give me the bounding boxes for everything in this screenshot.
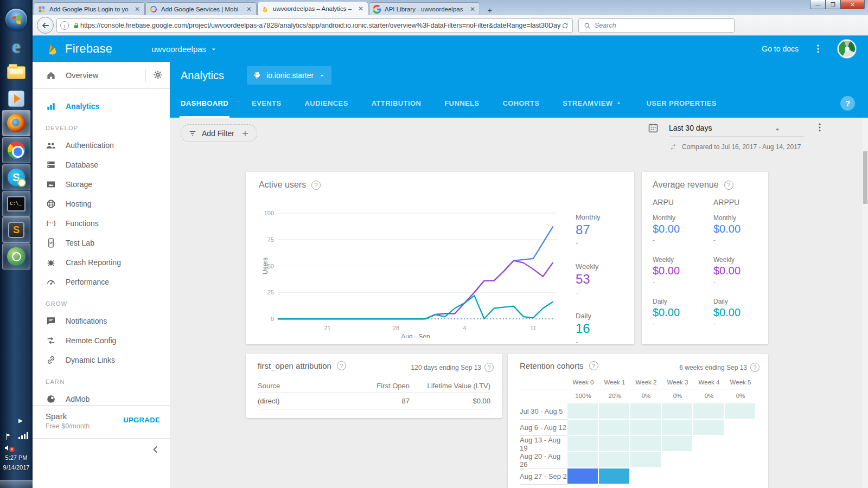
add-filter-button[interactable]: Add Filter <box>181 124 257 142</box>
date-menu-icon[interactable] <box>814 122 825 133</box>
card-period: 6 weeks ending Sep 13 <box>679 364 747 371</box>
sidebar-item-test-lab[interactable]: Test Lab <box>33 233 170 253</box>
table-row: (direct)87$0.00 <box>258 393 490 409</box>
search-bar[interactable]: Search <box>578 18 735 33</box>
plus-icon <box>240 129 250 138</box>
date-range-value[interactable]: Last 30 days <box>669 124 712 132</box>
sidebar-item-remote-config[interactable]: Remote Config <box>33 331 170 350</box>
tray-clock-time[interactable]: 5:27 PM <box>0 454 33 461</box>
chevron-down-icon <box>615 99 623 107</box>
new-tab-button[interactable]: + <box>483 4 497 15</box>
sidebar-item-functions[interactable]: (···)Functions <box>33 214 170 233</box>
svg-text:25: 25 <box>267 289 274 296</box>
attribution-card: first_open attribution ? 120 days ending… <box>246 354 502 418</box>
help-icon[interactable]: ? <box>484 363 494 372</box>
tab-cohorts[interactable]: COHORTS <box>502 89 539 118</box>
svg-text:0: 0 <box>271 316 274 322</box>
taskbar-wmp-icon[interactable] <box>2 86 30 112</box>
card-title: Retention cohorts <box>520 361 584 370</box>
tab-user-properties[interactable]: USER PROPERTIES <box>646 89 717 118</box>
tab-close-icon[interactable]: ✕ <box>133 5 141 13</box>
cohort-cell <box>693 403 724 419</box>
taskbar-skype-icon[interactable]: S <box>2 164 30 190</box>
tray-clock-date[interactable]: 9/14/2017 <box>0 464 33 471</box>
sidebar-item-authentication[interactable]: Authentication <box>33 136 170 155</box>
cohort-cell <box>630 403 661 419</box>
taskbar-start-icon[interactable] <box>2 7 30 33</box>
scrollbar-thumb[interactable] <box>863 151 867 204</box>
active-users-chart: 02550751002128411Aug - SepUsers <box>260 202 567 338</box>
taskbar-ie-icon[interactable]: e <box>2 34 30 60</box>
overflow-menu-icon[interactable] <box>813 43 824 54</box>
sidebar-item-performance[interactable]: Performance <box>33 272 170 292</box>
tab-close-icon[interactable]: ✕ <box>469 5 476 13</box>
sidebar-item-overview[interactable]: Overview <box>33 62 170 89</box>
tab-audiences[interactable]: AUDIENCES <box>305 89 348 118</box>
help-icon[interactable]: ? <box>724 181 733 190</box>
help-icon[interactable]: ? <box>311 181 321 190</box>
tab-attribution[interactable]: ATTRIBUTION <box>372 89 422 118</box>
tab-title: API Library - uwvoordeelpas <box>385 6 469 12</box>
chat-icon <box>46 316 56 326</box>
app-selector[interactable]: io.ionic.starter <box>247 66 331 85</box>
sidebar-item-crash-reporting[interactable]: Crash Reporting <box>33 253 170 272</box>
sidebar-item-storage[interactable]: Storage <box>33 175 170 194</box>
browser-tab-4[interactable]: API Library - uwvoordeelpas✕ <box>369 2 480 15</box>
firebase-logo-icon <box>46 42 60 56</box>
taskbar-android-studio-icon[interactable] <box>2 243 30 269</box>
taskbar-explorer-icon[interactable] <box>2 60 30 86</box>
tab-events[interactable]: EVENTS <box>252 89 281 118</box>
help-icon[interactable]: ? <box>589 361 598 370</box>
upgrade-button[interactable]: UPGRADE <box>123 416 160 424</box>
gear-icon <box>152 69 163 80</box>
collapse-sidebar-icon[interactable] <box>150 444 161 455</box>
taskbar-chrome-icon[interactable] <box>2 137 30 163</box>
reload-icon[interactable] <box>561 21 569 30</box>
gear-icon[interactable] <box>152 69 163 80</box>
browser-tab-2[interactable]: Add Google Services | Mobi✕ <box>145 2 257 15</box>
plan-panel: Spark Free $0/month UPGRADE <box>33 405 170 438</box>
page-info-icon[interactable]: i <box>60 21 69 30</box>
browser-tab-1[interactable]: Add Google Plus Login to yo✕ <box>34 2 145 15</box>
network-signal-icon[interactable] <box>18 432 28 439</box>
back-button[interactable] <box>37 17 54 34</box>
bug-icon <box>46 257 56 268</box>
avatar[interactable] <box>838 40 856 58</box>
sidebar-item-notifications[interactable]: Notifications <box>33 311 170 331</box>
minimize-button[interactable]: — <box>810 0 826 9</box>
config-icon <box>46 335 56 346</box>
tab-close-icon[interactable]: ✕ <box>357 5 365 12</box>
taskbar-sublime-icon[interactable]: S <box>2 217 30 243</box>
maximize-button[interactable]: ❒ <box>826 0 840 9</box>
sidebar-item-analytics[interactable]: Analytics <box>33 97 170 116</box>
average-revenue-card: Average revenue ? ARPUMonthly$0.00-Weekl… <box>642 172 768 344</box>
sidebar-item-database[interactable]: Database <box>33 155 170 175</box>
go-to-docs-link[interactable]: Go to docs <box>762 44 799 53</box>
cohort-cell <box>693 452 724 467</box>
storage-icon <box>46 179 56 190</box>
back-arrow-icon <box>40 20 51 31</box>
analytics-header: Analytics io.ionic.starter <box>170 62 868 89</box>
close-button[interactable]: ✕ <box>840 0 865 9</box>
url-bar[interactable]: i https://console.firebase.google.com/pr… <box>56 18 573 33</box>
sidebar-item-hosting[interactable]: Hosting <box>33 194 170 214</box>
sidebar-item-dynamic-links[interactable]: Dynamic Links <box>33 350 170 370</box>
tab-close-icon[interactable]: ✕ <box>245 5 253 13</box>
plus-icon <box>240 128 250 138</box>
help-icon[interactable]: ? <box>750 363 760 372</box>
taskbar-firefox-icon[interactable] <box>2 110 30 136</box>
taskbar-cmd-icon[interactable]: C:\_ <box>2 191 30 217</box>
url-text[interactable]: https://console.firebase.google.com/proj… <box>80 22 561 29</box>
help-icon[interactable]: ? <box>337 361 346 370</box>
tab-dashboard[interactable]: DASHBOARD <box>181 89 228 118</box>
database-icon <box>46 159 56 170</box>
browser-tab-3[interactable]: uwvoordeelpas – Analytics –✕ <box>257 2 368 15</box>
project-selector[interactable]: uwvoordeelpas <box>151 44 218 54</box>
chart-legend: Monthly87-Weekly53-Daily16- <box>576 213 601 361</box>
tab-funnels[interactable]: FUNNELS <box>444 89 479 118</box>
show-desktop-button[interactable] <box>0 480 33 488</box>
volume-muted-icon[interactable]: ✕ <box>3 442 13 453</box>
tray-expand-icon[interactable]: ▶ <box>18 418 23 423</box>
tab-streamview[interactable]: STREAMVIEW <box>563 89 623 118</box>
help-button[interactable]: ? <box>840 96 855 111</box>
